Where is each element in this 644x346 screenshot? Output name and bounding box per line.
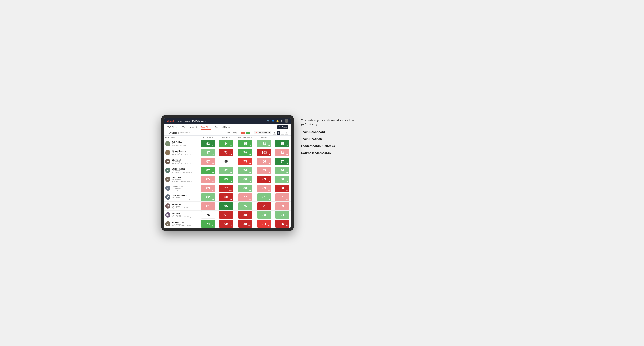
table-row[interactable]: DF David Ford ✓ Plus Handicap Royal Nort… xyxy=(164,175,291,184)
score-box: 75 3▼ xyxy=(238,158,252,165)
search-icon[interactable]: 🔍 xyxy=(267,120,270,122)
table-row[interactable]: JC Josh Coles 1-5 Handicap Royal North D… xyxy=(164,202,291,211)
tab-all-players[interactable]: All Players xyxy=(222,125,230,130)
last-rounds-val: 20 xyxy=(268,132,270,134)
score-box: 89 7▲ xyxy=(219,176,233,183)
nav-link-teams[interactable]: Teams xyxy=(184,120,190,122)
change-bar xyxy=(241,132,250,134)
settings-icon[interactable]: ⚙ xyxy=(281,120,283,122)
grid-view-button[interactable]: ⊞ xyxy=(273,131,276,135)
col-header-player[interactable]: Player Quality ↓ xyxy=(164,136,199,139)
col-header-putting[interactable]: Putting → xyxy=(255,136,273,139)
score-value: 77 xyxy=(224,187,228,190)
player-name: Charlie Quick ✓ xyxy=(172,186,198,188)
nav-link-home[interactable]: Home xyxy=(176,120,182,122)
score-cell: 86 6▼ xyxy=(255,157,273,166)
score-value: 88 xyxy=(262,213,266,216)
score-delta: 10▲ xyxy=(248,225,251,227)
score-delta: 6▲ xyxy=(230,145,232,147)
player-handicap: 11-15 Handicap xyxy=(172,223,193,225)
score-delta: 2▼ xyxy=(268,216,270,218)
score-box: 87 3▼ xyxy=(201,158,215,165)
score-box: 84 6▲ xyxy=(219,140,233,147)
score-cell: 75 2▲ xyxy=(235,202,255,211)
score-value: 91 xyxy=(280,195,284,199)
nav-link-my-performance[interactable]: My Performance xyxy=(192,120,206,122)
player-handicap: 1-5 Handicap xyxy=(172,161,193,163)
table-row[interactable]: DB Dave Billingham 1-5 Handicap Gog Mago… xyxy=(164,166,291,175)
score-value: 85 xyxy=(206,178,210,181)
score-cell: 94 1▲ xyxy=(273,166,291,175)
score-cell: 88 xyxy=(217,157,235,166)
score-box: 95 9▲ xyxy=(275,140,289,147)
tab-tour[interactable]: Tour xyxy=(214,125,218,130)
player-info: Aaron Nicholls 11-15 Handicap Drift Golf… xyxy=(172,221,198,226)
score-value: 85 xyxy=(280,222,284,225)
add-team-button[interactable]: Add Team xyxy=(277,126,288,129)
col-header-approach[interactable]: Approach → xyxy=(217,136,235,139)
table-row[interactable]: AN Aaron Nicholls 11-15 Handicap Drift G… xyxy=(164,219,291,228)
player-avatar: DB xyxy=(165,168,170,173)
score-value: 75 xyxy=(244,204,247,208)
score-box: 82 3▲ xyxy=(201,193,215,201)
score-value: 81 xyxy=(262,195,266,199)
tab-hcaps[interactable]: Hcaps 1-5 xyxy=(189,125,198,130)
player-club: Sunningdale Golf Club, United Kingdom xyxy=(172,163,193,164)
score-value: 85 xyxy=(244,142,247,145)
table-row[interactable]: BM Blair McHarg Plus Handicap Royal Nort… xyxy=(164,139,291,148)
score-delta: 1▲ xyxy=(286,172,288,173)
score-cell: 88 2▼ xyxy=(255,211,273,219)
score-delta: 4▲ xyxy=(268,198,270,200)
score-value: 75 xyxy=(244,160,247,163)
tab-pgat-players[interactable]: PGAT Players xyxy=(166,125,178,130)
player-avatar: EC xyxy=(165,150,170,155)
player-table: Player Quality ↓ Off the Tee → Approach … xyxy=(164,136,291,228)
list-view-button[interactable]: ☰ xyxy=(281,131,284,135)
score-cell: 80 3▲ xyxy=(235,175,255,184)
round-change-label: 20 Round Change xyxy=(225,132,238,134)
last-rounds-button[interactable]: 📅 Last Rounds: 20 xyxy=(254,131,272,134)
score-delta: 1▲ xyxy=(249,189,251,191)
score-delta: 3▼ xyxy=(212,189,214,191)
table-row[interactable]: CQ Charlie Quick ✓ 6-10 Handicap St. Geo… xyxy=(164,184,291,193)
player-info: Blair McHarg Plus Handicap Royal North D… xyxy=(172,141,198,146)
score-box: 79 9▲ xyxy=(238,149,252,156)
table-row[interactable]: EE Elliot Ebert 1-5 Handicap Sunningdale… xyxy=(164,157,291,166)
heatmap-view-button[interactable]: ▦ xyxy=(277,131,280,135)
player-name: Edward Crossman xyxy=(172,150,198,152)
table-row[interactable]: EC Edward Crossman 1-5 Handicap Sunningd… xyxy=(164,148,291,157)
edit-icon[interactable]: ✏ xyxy=(189,132,190,134)
table-row[interactable]: CR Chris Robertson ✓ 1-5 Handicap Craigm… xyxy=(164,193,291,202)
download-button[interactable]: ↓ xyxy=(285,131,288,135)
bell-icon[interactable]: 🔔 xyxy=(276,120,279,122)
player-cell: BM Blair McHarg Plus Handicap Royal Nort… xyxy=(164,140,199,147)
score-delta: 21▲ xyxy=(268,225,270,227)
avatar[interactable]: U xyxy=(284,119,288,123)
col-header-off-tee[interactable]: Off the Tee → xyxy=(199,136,217,139)
score-value: 74 xyxy=(206,222,210,225)
player-name: Josh Coles xyxy=(172,204,198,205)
score-value: 83 xyxy=(262,178,266,181)
score-delta: 4▲ xyxy=(249,216,251,218)
annotation-item: Team Dashboard xyxy=(301,130,357,134)
annotation-item: Team Heatmap xyxy=(301,137,357,141)
tab-pga[interactable]: PGA xyxy=(182,125,186,130)
tab-team-clippd[interactable]: Team Clippd xyxy=(201,125,211,130)
player-handicap: Plus Handicap xyxy=(172,179,193,180)
score-value: 95 xyxy=(224,204,228,208)
score-box: 84 21▲ xyxy=(257,220,271,227)
score-cell: 93 9▲ xyxy=(199,139,217,148)
score-box: 75 xyxy=(201,211,215,219)
score-delta: 1▲ xyxy=(212,154,214,155)
player-handicap: 6-10 Handicap xyxy=(172,188,193,189)
score-box: 94 1▲ xyxy=(275,167,289,174)
user-icon[interactable]: 👤 xyxy=(272,120,274,122)
col-header-around-green[interactable]: Around the Green → xyxy=(235,136,255,139)
score-value: 94 xyxy=(280,213,284,216)
player-club: Craigmillar Park, United Kingdom xyxy=(172,198,193,200)
score-value: 87 xyxy=(206,151,210,154)
score-cell: 81 3▼ xyxy=(199,202,217,211)
table-row[interactable]: MM Matt Miller 6-10 Handicap Woburn Golf… xyxy=(164,211,291,219)
score-delta: 3▲ xyxy=(286,180,288,182)
score-delta: 3▲ xyxy=(212,198,214,200)
